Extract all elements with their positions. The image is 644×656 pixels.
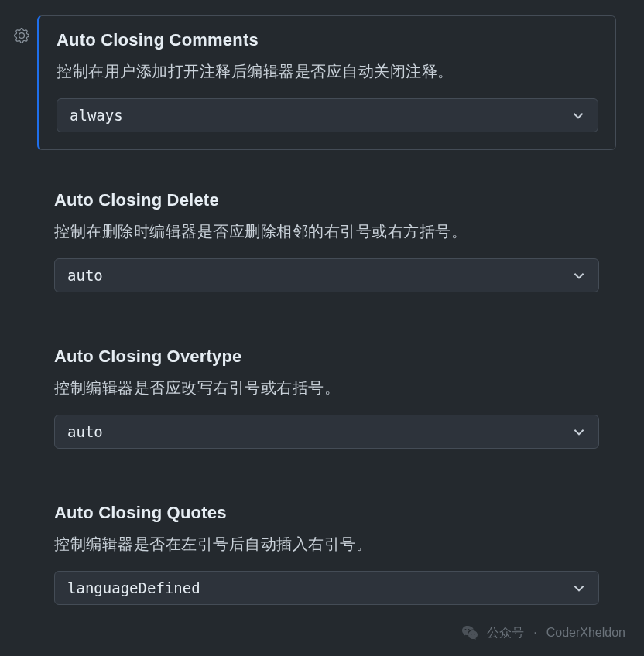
select-auto-closing-overtype[interactable]: auto	[54, 415, 599, 449]
setting-auto-closing-comments: Auto Closing Comments 控制在用户添加打开注释后编辑器是否应…	[37, 15, 616, 150]
chevron-down-icon	[572, 268, 586, 282]
select-value: auto	[67, 423, 572, 440]
setting-auto-closing-quotes: Auto Closing Quotes 控制编辑器是否在左引号后自动插入右引号。…	[37, 489, 616, 622]
setting-auto-closing-overtype: Auto Closing Overtype 控制编辑器是否应改写右引号或右括号。…	[37, 333, 616, 466]
setting-description: 控制编辑器是否在左引号后自动插入右引号。	[54, 532, 599, 555]
setting-auto-closing-delete: Auto Closing Delete 控制在删除时编辑器是否应删除相邻的右引号…	[37, 176, 616, 309]
watermark-separator: ·	[533, 626, 536, 640]
setting-description: 控制在用户添加打开注释后编辑器是否应自动关闭注释。	[57, 60, 598, 83]
select-auto-closing-comments[interactable]: always	[57, 98, 598, 132]
watermark-label: 公众号	[487, 625, 524, 641]
settings-list: Auto Closing Comments 控制在用户添加打开注释后编辑器是否应…	[37, 15, 616, 645]
chevron-down-icon	[571, 108, 585, 122]
setting-title: Auto Closing Overtype	[54, 347, 599, 367]
wechat-icon	[461, 624, 479, 642]
gear-column	[6, 15, 37, 645]
select-value: languageDefined	[67, 579, 572, 596]
select-value: auto	[67, 267, 572, 284]
gear-icon[interactable]	[14, 28, 29, 43]
setting-title: Auto Closing Comments	[57, 30, 598, 50]
select-auto-closing-delete[interactable]: auto	[54, 258, 599, 292]
setting-description: 控制在删除时编辑器是否应删除相邻的右引号或右方括号。	[54, 220, 599, 243]
select-auto-closing-quotes[interactable]: languageDefined	[54, 571, 599, 605]
chevron-down-icon	[572, 425, 586, 439]
watermark-author: CoderXheldon	[546, 626, 625, 640]
watermark: 公众号 · CoderXheldon	[461, 624, 625, 642]
select-value: always	[70, 107, 571, 124]
setting-description: 控制编辑器是否应改写右引号或右括号。	[54, 376, 599, 399]
setting-title: Auto Closing Quotes	[54, 503, 599, 523]
chevron-down-icon	[572, 581, 586, 595]
setting-title: Auto Closing Delete	[54, 190, 599, 210]
